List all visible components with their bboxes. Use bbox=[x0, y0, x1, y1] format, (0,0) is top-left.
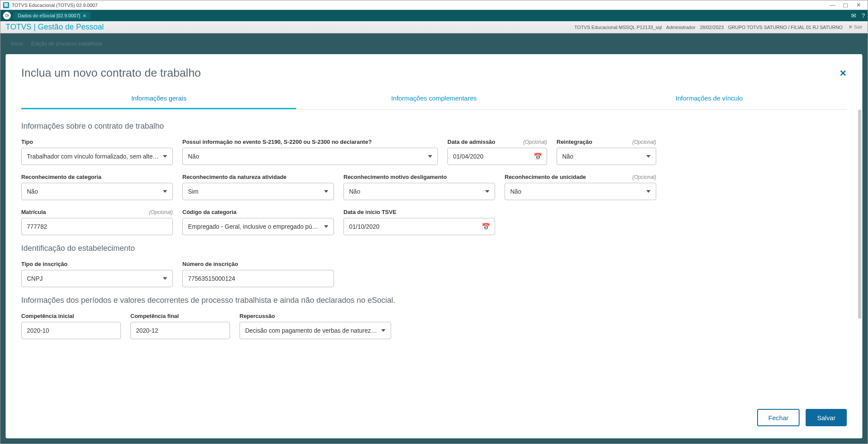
breadcrumb-bar: Início Edição de processo trabalhista bbox=[0, 33, 868, 54]
document-tab-esocial[interactable]: Dados do eSocial [02.9.0007] ✕ bbox=[13, 12, 91, 19]
select-tipo-inscricao[interactable]: CNPJ bbox=[21, 270, 173, 287]
input-matricula[interactable] bbox=[21, 218, 173, 235]
window-close-button[interactable]: ✕ bbox=[852, 2, 865, 8]
section-contrato-title: Informações sobre o contrato de trabalho bbox=[21, 122, 847, 131]
label-reintegracao: Reintegração(Opcional) bbox=[557, 139, 656, 145]
date-label: 28/02/2023 bbox=[700, 25, 724, 30]
label-possui-info: Possui informação no evento S-2190, S-22… bbox=[182, 139, 438, 145]
input-comp-final[interactable] bbox=[130, 322, 230, 339]
exit-button[interactable]: ✕Sair bbox=[849, 24, 862, 30]
help-icon[interactable]: ? bbox=[862, 12, 865, 19]
input-num-inscricao[interactable] bbox=[182, 270, 334, 287]
select-rec-unicidade[interactable]: Não bbox=[505, 183, 656, 200]
page-title: Inclua um novo contrato de trabalho bbox=[21, 66, 839, 80]
calendar-icon[interactable]: 📅 bbox=[482, 223, 490, 231]
scrollbar[interactable] bbox=[858, 110, 862, 400]
calendar-icon[interactable]: 📅 bbox=[534, 152, 542, 161]
window-titlebar: TOTVS Educacional (TOTVS) 02.9.0007 — ▢ … bbox=[0, 0, 868, 10]
home-icon[interactable]: ⟳ bbox=[3, 12, 11, 19]
company-label: GRUPO TOTVS SATURNO / FILIAL 01 RJ SATUR… bbox=[728, 25, 843, 30]
window-maximize-button[interactable]: ▢ bbox=[839, 2, 852, 8]
main-panel: Inclua um novo contrato de trabalho ✕ In… bbox=[6, 54, 862, 438]
label-num-inscricao: Número de inscrição bbox=[182, 261, 334, 267]
label-repercussao: Repercussão bbox=[240, 313, 391, 319]
panel-close-button[interactable]: ✕ bbox=[839, 68, 847, 78]
label-data-admissao: Data de admissão(Opcional) bbox=[447, 139, 547, 145]
tab-informacoes-complementares[interactable]: Informações complementares bbox=[296, 88, 571, 109]
input-comp-inicial[interactable] bbox=[21, 322, 121, 339]
label-tipo-inscricao: Tipo de inscrição bbox=[21, 261, 173, 267]
label-data-tsve: Data de início TSVE bbox=[343, 209, 495, 215]
env-label: TOTVS Educacional MSSQL P12133_sql bbox=[574, 25, 662, 30]
section-estabelecimento-title: Identificação do estabelecimento bbox=[21, 244, 847, 253]
date-data-admissao[interactable]: 01/04/2020📅 bbox=[447, 148, 547, 165]
label-cod-categoria: Código da categoria bbox=[182, 209, 334, 215]
app-icon bbox=[3, 2, 9, 8]
label-rec-natureza: Reconhecimento da natureza atividade bbox=[182, 174, 334, 180]
breadcrumb-home[interactable]: Início bbox=[11, 41, 23, 47]
select-repercussao[interactable]: Decisão com pagamento de verbas de natur… bbox=[240, 322, 391, 339]
label-rec-categoria: Reconhecimento de categoria bbox=[21, 174, 173, 180]
select-rec-natureza[interactable]: Sim bbox=[182, 183, 334, 200]
scrollbar-thumb[interactable] bbox=[858, 110, 862, 319]
label-rec-motivo: Reconhecimento motivo desligamento bbox=[343, 174, 495, 180]
document-tab-label: Dados do eSocial [02.9.0007] bbox=[18, 13, 80, 18]
select-rec-categoria[interactable]: Não bbox=[21, 183, 173, 200]
select-reintegracao[interactable]: Não bbox=[557, 148, 656, 165]
date-data-tsve[interactable]: 01/10/2020📅 bbox=[343, 218, 495, 235]
section-periodos-title: Informações dos períodos e valores decor… bbox=[21, 296, 847, 305]
label-tipo: Tipo bbox=[21, 139, 173, 145]
form-scroll-area[interactable]: Informações sobre o contrato de trabalho… bbox=[6, 110, 862, 400]
panel-footer: Fechar Salvar bbox=[6, 400, 862, 426]
salvar-button[interactable]: Salvar bbox=[806, 409, 847, 426]
breadcrumb-current: Edição de processo trabalhista bbox=[31, 41, 102, 47]
label-comp-final: Competência final bbox=[130, 313, 230, 319]
app-header: TOTVS | Gestão de Pessoal TOTVS Educacio… bbox=[0, 21, 868, 33]
select-possui-info[interactable]: Não bbox=[182, 148, 438, 165]
window-title: TOTVS Educacional (TOTVS) 02.9.0007 bbox=[12, 3, 97, 8]
label-rec-unicidade: Reconhecimento de unicidade(Opcional) bbox=[505, 174, 656, 180]
tab-informacoes-gerais[interactable]: Informações gerais bbox=[21, 88, 296, 109]
form-tabs: Informações gerais Informações complemen… bbox=[21, 88, 847, 110]
label-comp-inicial: Competência inicial bbox=[21, 313, 121, 319]
fechar-button[interactable]: Fechar bbox=[757, 409, 800, 426]
select-tipo[interactable]: Trabalhador com vínculo formalizado, sem… bbox=[21, 148, 173, 165]
select-cod-categoria[interactable]: Empregado - Geral, inclusive o empregado… bbox=[182, 218, 334, 235]
window-minimize-button[interactable]: — bbox=[826, 2, 839, 8]
mail-icon[interactable]: ✉ bbox=[851, 12, 856, 19]
label-matricula: Matrícula(Opcional) bbox=[21, 209, 173, 215]
close-icon[interactable]: ✕ bbox=[83, 13, 86, 18]
document-tabstrip: ⟳ Dados do eSocial [02.9.0007] ✕ ✉ ? bbox=[0, 10, 868, 21]
brand-title: TOTVS | Gestão de Pessoal bbox=[6, 23, 104, 32]
user-label: Administrador bbox=[666, 25, 696, 30]
tab-informacoes-vinculo[interactable]: Informações de vínculo bbox=[572, 88, 847, 109]
select-rec-motivo[interactable]: Não bbox=[343, 183, 495, 200]
